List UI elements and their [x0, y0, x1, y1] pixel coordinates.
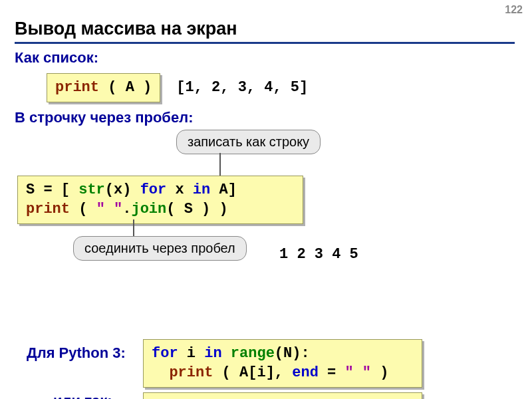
tok-in: in — [193, 182, 210, 198]
b1-for: for — [152, 345, 178, 362]
tok-eq: = [ — [35, 182, 78, 198]
code-for-in-a: for x in A: print ( x, end = " " ) — [143, 392, 422, 399]
b1-in: in — [204, 345, 221, 362]
b1-q: " " — [344, 364, 371, 381]
arg-a: A — [126, 79, 134, 96]
tok-q1: " " — [96, 201, 123, 217]
b1-eq: = — [319, 364, 345, 381]
b1-range: range — [231, 345, 275, 362]
tok-a: A] — [210, 182, 237, 198]
tok-join: join — [131, 201, 166, 217]
row-print-list: print ( A ) [1, 2, 3, 4, 5] — [47, 73, 532, 102]
b1-end: end — [292, 364, 319, 381]
b1-sp — [222, 345, 231, 362]
section2-container: записать как строку S = [ str(x) for x i… — [0, 126, 532, 339]
callout-join-space: соединить через пробел — [73, 236, 247, 261]
slide-title: Вывод массива на экран — [15, 19, 515, 44]
b1-i: i — [178, 345, 205, 362]
label-or: или так: — [53, 392, 112, 399]
tok-for: for — [140, 182, 167, 198]
code-range-loop: for i in range(N): print ( A[i], end = "… — [143, 339, 422, 388]
output-list: [1, 2, 3, 4, 5] — [176, 79, 308, 96]
b1-n: (N): — [275, 345, 310, 362]
label-python3: Для Python 3: — [27, 344, 126, 362]
code-print-a: print ( A ) — [47, 73, 160, 102]
label-inline-space: В строчку через пробел: — [15, 109, 532, 126]
tok-sp1: x — [166, 182, 193, 198]
paren-close: ) — [134, 79, 152, 96]
section3-container: Для Python 3: for i in range(N): print (… — [0, 339, 532, 399]
code-join-line2: print ( " ".join( S ) ) — [26, 200, 295, 219]
pointer-top — [219, 153, 221, 176]
callout-as-string: записать как строку — [176, 130, 321, 154]
fn-print: print — [55, 79, 99, 96]
b1-cl: ) — [371, 364, 388, 381]
b1-pad — [152, 364, 169, 381]
code-range-line2: print ( A[i], end = " " ) — [152, 363, 414, 383]
tok-s: S — [26, 182, 35, 198]
b1-print: print — [169, 364, 213, 381]
paren-open: ( — [99, 79, 126, 96]
tok-dot: . — [122, 201, 131, 217]
tok-p3: ( S ) ) — [166, 201, 227, 217]
code-join: S = [ str(x) for x in A] print ( " ".joi… — [17, 176, 303, 224]
code-range-line1: for i in range(N): — [152, 344, 414, 364]
label-as-list: Как список: — [15, 49, 532, 66]
tok-print2: print — [26, 201, 70, 217]
pointer-bottom — [133, 219, 134, 237]
b1-p: ( A[i], — [213, 364, 292, 381]
tok-p1: (x) — [105, 182, 140, 198]
code-join-line1: S = [ str(x) for x in A] — [26, 180, 295, 200]
output-inline: 1 2 3 4 5 — [279, 246, 358, 263]
tok-p2: ( — [70, 201, 96, 217]
page-number: 122 — [505, 4, 523, 16]
tok-str: str — [78, 182, 105, 198]
